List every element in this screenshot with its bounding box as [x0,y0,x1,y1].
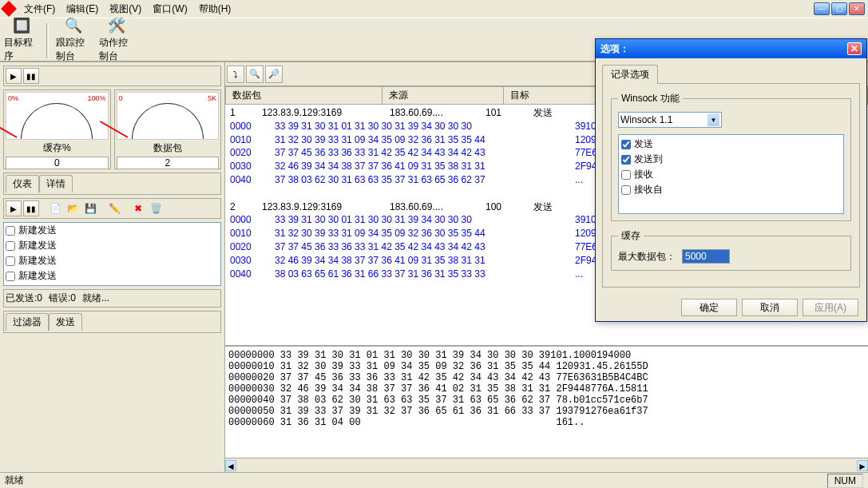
list-checkbox[interactable] [6,256,15,266]
function-checklist[interactable]: 发送 发送到 接收 接收自 [618,134,844,214]
maximize-icon[interactable]: ▢ [831,2,847,15]
max-packet-input[interactable] [682,249,730,264]
list-item[interactable]: 新建发送 [4,268,220,284]
play-button[interactable]: ▶ [6,68,22,84]
cache-gauge: 0% 100% 缓存% 0 [3,89,111,169]
cache-legend: 缓存 [618,229,644,243]
send-status: 已发送:0 错误:0 就绪... [3,289,221,307]
col-source[interactable]: 来源 [382,87,504,105]
chk-send[interactable] [621,140,631,149]
dialog-title: 选项： [600,42,629,56]
options-dialog: 选项： ✕ 记录选项 Winsock 功能 Winsock 1.1 ▼ 发送 发… [595,38,867,322]
target-program-button[interactable]: 🔲 目标程序 [2,20,42,59]
ready-label: 就绪... [82,292,109,305]
cancel-button[interactable]: 取消 [742,299,798,316]
action-console-button[interactable]: 🛠️ 动作控制台 [97,20,137,59]
send-play-button[interactable]: ▶ [6,200,22,216]
menu-view[interactable]: 视图(V) [105,1,146,18]
new-icon[interactable]: 📄 [47,200,63,216]
trash-icon[interactable]: 🗑️ [148,200,164,216]
trace-label: 跟踪控制台 [56,36,91,63]
menu-file[interactable]: 文件(F) [19,1,60,18]
menu-edit[interactable]: 编辑(E) [61,1,103,18]
h-scrollbar[interactable]: ◄ ► [225,458,868,472]
error-count: 错误:0 [49,292,76,305]
send-toolbar: ▶ ▮▮ 📄 📂 💾 ✏️ ✖ 🗑️ [3,198,221,219]
cache-fieldset: 缓存 最大数据包： [611,229,851,271]
tools-icon: 🛠️ [107,17,126,34]
gauge1-min: 0% [8,94,18,102]
gauge2-max: 5K [208,94,216,102]
app-icon [1,1,17,17]
menu-window[interactable]: 窗口(W) [148,1,192,18]
toolbar-divider [46,23,49,58]
list-checkbox[interactable] [6,241,15,251]
winsock-combo[interactable]: Winsock 1.1 ▼ [618,112,722,128]
dialog-titlebar[interactable]: 选项： ✕ [596,39,866,58]
send-listbox[interactable]: 新建发送 新建发送 新建发送 新建发送 新建发送 [3,222,221,286]
statusbar: 就绪 NUM [0,472,868,488]
list-item[interactable]: 新建发送 [4,223,220,238]
menubar: 文件(F) 编辑(E) 视图(V) 窗口(W) 帮助(H) — ▢ ✕ [0,0,868,18]
tab-meter[interactable]: 仪表 [6,175,39,192]
status-ready: 就绪 [5,474,24,487]
magnifier-icon: 🔍 [64,17,83,34]
tab-send[interactable]: 发送 [49,313,82,331]
list-item[interactable]: 新建发送 [4,253,220,268]
gauge1-max: 100% [87,94,105,102]
chk-sendto[interactable] [621,155,631,165]
dialog-close-icon[interactable]: ✕ [847,42,862,55]
sent-count: 已发送:0 [6,292,42,305]
gauge2-min: 0 [119,94,123,102]
target-label: 目标程序 [4,36,39,63]
list-checkbox[interactable] [6,272,15,281]
list-checkbox[interactable] [6,226,15,236]
gauge-tabs: 仪表 详情 [3,173,221,195]
chip-icon: 🔲 [12,17,31,34]
zoom-in-icon[interactable]: 🔍 [246,65,264,83]
list-item[interactable]: 新建发送 [4,238,220,253]
winsock-value: Winsock 1.1 [620,114,672,125]
tab-filter[interactable]: 过滤器 [6,313,49,331]
zoom-out-icon[interactable]: 🔎 [265,65,283,83]
save-icon[interactable]: 💾 [82,200,98,216]
apply-button[interactable]: 应用(A) [803,299,858,316]
filter-tabs: 过滤器 发送 [3,311,221,333]
gauge1-title: 缓存% [6,141,109,155]
chk-recv[interactable] [621,170,631,180]
pause-button[interactable]: ▮▮ [23,68,39,84]
chk-recvfrom[interactable] [621,185,631,195]
col-packet[interactable]: 数据包 [226,87,382,105]
tab-detail[interactable]: 详情 [39,175,73,192]
gauge1-value: 0 [6,157,109,169]
hex-dump[interactable]: 00000000 33 39 31 30 31 01 31 30 30 31 3… [225,346,868,458]
open-icon[interactable]: 📂 [65,200,81,216]
action-label: 动作控制台 [99,36,134,63]
gauge2-value: 2 [117,157,220,169]
status-num: NUM [827,474,863,488]
close-icon[interactable]: ✕ [849,2,865,15]
winsock-legend: Winsock 功能 [618,92,683,105]
left-panel: ▶ ▮▮ 0% 100% 缓存% 0 [0,62,225,472]
ok-button[interactable]: 确定 [681,299,737,316]
winsock-fieldset: Winsock 功能 Winsock 1.1 ▼ 发送 发送到 接收 接收自 [611,92,851,221]
send-pause-button[interactable]: ▮▮ [23,200,39,216]
max-packet-label: 最大数据包： [618,250,676,264]
minimize-icon[interactable]: — [814,2,830,15]
edit-icon[interactable]: ✏️ [106,200,122,216]
trace-console-button[interactable]: 🔍 跟踪控制台 [54,20,93,59]
menu-help[interactable]: 帮助(H) [194,1,236,18]
combo-dropdown-icon[interactable]: ▼ [707,113,719,126]
delete-icon[interactable]: ✖ [130,200,146,216]
list-item[interactable]: 新建发送 [4,284,220,286]
packet-gauge: 0 5K 数据包 2 [114,89,222,169]
gauge2-title: 数据包 [117,141,220,155]
dialog-tab-record[interactable]: 记录选项 [602,65,658,84]
tree-icon[interactable]: ⤵ [227,65,244,83]
